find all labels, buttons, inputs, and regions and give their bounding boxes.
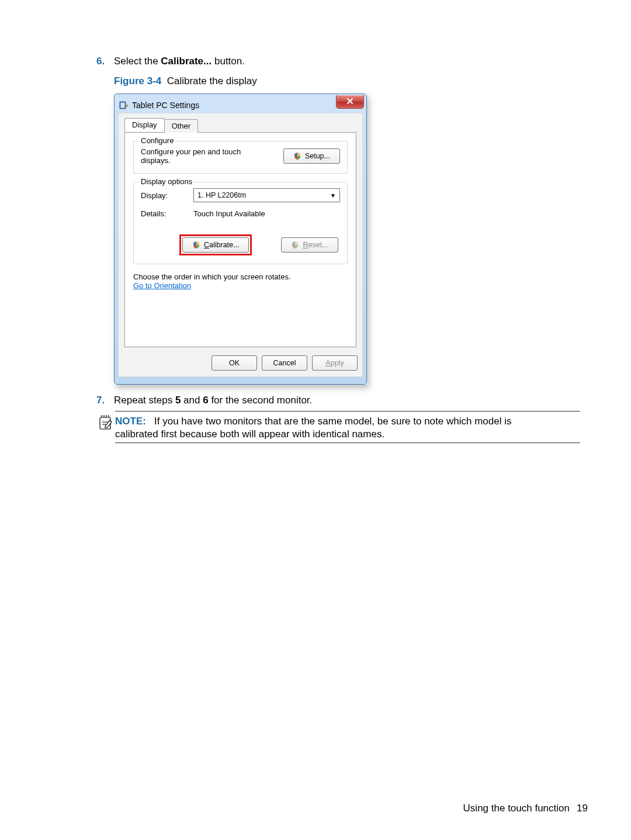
details-label: Details: <box>141 209 188 218</box>
details-value: Touch Input Available <box>193 209 265 218</box>
note-rule-top <box>115 411 580 412</box>
svg-rect-1 <box>121 103 125 108</box>
tablet-pc-settings-dialog: Tablet PC Settings Display Other Configu… <box>114 94 367 385</box>
setup-button-label: Setup... <box>305 152 330 160</box>
display-options-group: Display options Display: 1. HP L2206tm ▼… <box>133 182 348 264</box>
reset-button[interactable]: Reset... <box>281 237 338 253</box>
configure-group: Configure Configure your pen and touch d… <box>133 141 348 174</box>
rotate-order-text: Choose the order in which your screen ro… <box>133 272 348 281</box>
step7-text: Repeat steps 5 and 6 for the second moni… <box>114 394 312 407</box>
figure-caption: Figure 3-4 Calibrate the display <box>114 75 257 88</box>
dialog-title: Tablet PC Settings <box>132 101 199 110</box>
configure-text: Configure your pen and touch displays. <box>141 147 264 165</box>
configure-legend: Configure <box>138 136 176 145</box>
tab-page-display: Configure Configure your pen and touch d… <box>124 132 356 347</box>
apply-button[interactable]: Apply <box>312 355 358 371</box>
display-options-legend: Display options <box>138 177 195 186</box>
shield-icon <box>192 241 200 249</box>
close-icon <box>346 96 353 107</box>
cancel-button[interactable]: Cancel <box>262 355 307 371</box>
setup-button[interactable]: Setup... <box>283 148 340 164</box>
footer-page-number: 19 <box>577 803 588 814</box>
shield-icon <box>291 241 299 249</box>
ok-button[interactable]: OK <box>212 355 257 371</box>
shield-icon <box>293 152 301 160</box>
apply-button-label: Apply <box>325 359 344 367</box>
tablet-pc-icon <box>119 101 129 110</box>
step7-number: 7. <box>96 395 105 406</box>
calibrate-button-label: Calibrate... <box>204 241 239 249</box>
display-combo[interactable]: 1. HP L2206tm ▼ <box>193 188 340 202</box>
tab-other[interactable]: Other <box>164 119 199 133</box>
close-button[interactable] <box>336 95 364 109</box>
step6-text: Select the Calibrate... button. <box>114 55 245 68</box>
note-text-line2: calibrated first because both will appea… <box>115 428 580 441</box>
chevron-down-icon: ▼ <box>330 192 336 199</box>
orientation-link[interactable]: Go to Orientation <box>133 281 191 290</box>
note-rule-bottom <box>115 443 580 443</box>
reset-button-label: Reset... <box>303 241 328 249</box>
step6-number: 6. <box>96 56 105 67</box>
footer-section-title: Using the touch function <box>463 803 570 814</box>
calibrate-button[interactable]: Calibrate... <box>182 237 249 253</box>
tab-display[interactable]: Display <box>124 118 165 132</box>
note-icon <box>98 414 113 430</box>
display-combo-value: 1. HP L2206tm <box>197 191 246 199</box>
display-label: Display: <box>141 191 188 200</box>
calibrate-highlight: Calibrate... <box>179 234 252 255</box>
note-text-line1: NOTE: If you have two monitors that are … <box>115 415 580 428</box>
